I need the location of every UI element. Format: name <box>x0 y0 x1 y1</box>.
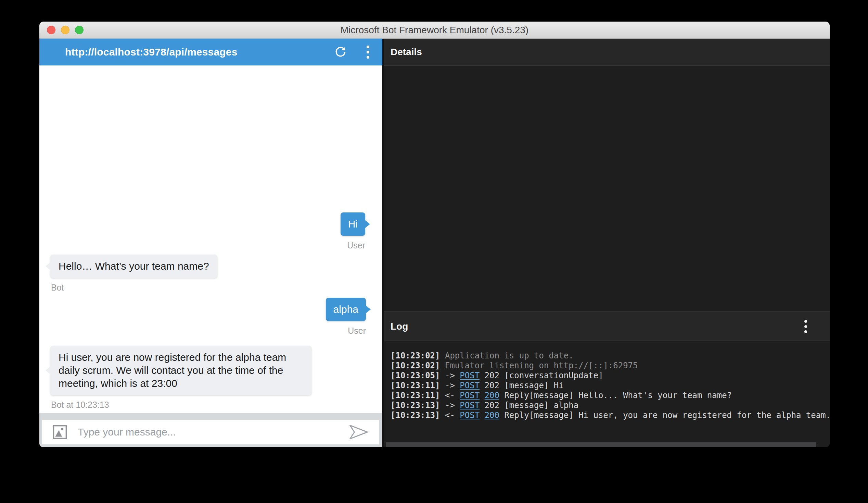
log-post-link[interactable]: POST <box>460 411 479 420</box>
zoom-button[interactable] <box>75 26 83 34</box>
log-body: [10:23:02] Application is up to date. [1… <box>384 341 830 447</box>
log-title: Log <box>391 321 408 332</box>
log-entry: [10:23:13] -> POST 202 [message] alpha <box>391 401 830 411</box>
log-timestamp: [10:23:05] <box>391 371 440 380</box>
emulator-window: Microsoft Bot Framework Emulator (v3.5.2… <box>39 22 830 447</box>
log-entry: [10:23:11] <- POST 200 Reply[message] He… <box>391 391 830 401</box>
log-direction: -> <box>445 371 455 380</box>
log-status-link[interactable]: 200 <box>485 391 499 400</box>
message-timestamp-label: Bot at 10:23:13 <box>50 400 311 410</box>
log-text: [message] Hi <box>504 381 564 390</box>
log-timestamp: [10:23:13] <box>391 411 440 420</box>
log-text: [message] alpha <box>504 401 578 410</box>
minimize-button[interactable] <box>61 26 70 34</box>
chat-header: http://localhost:3978/api/messages <box>39 39 382 66</box>
attach-image-icon[interactable] <box>51 423 69 441</box>
log-entry: [10:23:13] <- POST 200 Reply[message] Hi… <box>391 411 830 420</box>
composer-bar <box>39 413 382 447</box>
message-author-label: Bot <box>50 283 217 293</box>
log-post-link[interactable]: POST <box>460 391 479 400</box>
conversation: Hi User Hello… What’s your team name? Bo… <box>39 66 382 413</box>
log-timestamp: [10:23:11] <box>391 381 440 390</box>
message-bot-question: Hello… What’s your team name? Bot <box>50 254 217 293</box>
user-bubble: Hi <box>341 212 365 236</box>
message-user-alpha: alpha User <box>326 298 371 336</box>
log-entry: [10:23:02] Emulator listening on http://… <box>391 361 830 371</box>
titlebar: Microsoft Bot Framework Emulator (v3.5.2… <box>39 22 830 39</box>
log-menu-icon[interactable] <box>798 319 813 334</box>
log-direction: -> <box>445 401 455 410</box>
message-input[interactable] <box>77 426 348 438</box>
log-header: Log <box>384 311 830 341</box>
inspector-panel: Details Log [10:23:02] Application is up… <box>382 39 830 447</box>
log-status: 202 <box>485 381 499 390</box>
log-entry: [10:23:11] -> POST 202 [message] Hi <box>391 381 830 391</box>
horizontal-scrollbar[interactable] <box>386 442 816 447</box>
log-post-link[interactable]: POST <box>460 401 479 410</box>
log-direction: -> <box>445 381 455 390</box>
log-status: 202 <box>485 371 499 380</box>
bot-bubble: Hi user, you are now registered for the … <box>50 346 311 395</box>
log-text: [conversationUpdate] <box>504 371 603 380</box>
message-bot-confirmation: Hi user, you are now registered for the … <box>50 346 311 410</box>
log-entry: [10:23:05] -> POST 202 [conversationUpda… <box>391 371 830 381</box>
bot-bubble: Hello… What’s your team name? <box>50 254 217 278</box>
log-text: Emulator listening on http://[::]:62975 <box>445 361 638 370</box>
details-body <box>384 66 830 311</box>
user-bubble: alpha <box>326 298 366 321</box>
log-timestamp: [10:23:02] <box>391 361 440 370</box>
log-timestamp: [10:23:11] <box>391 391 440 400</box>
chat-panel: http://localhost:3978/api/messages Hi Us… <box>39 39 382 447</box>
chat-overflow-menu-icon[interactable] <box>360 44 375 60</box>
traffic-lights <box>47 22 83 38</box>
log-timestamp: [10:23:13] <box>391 401 440 410</box>
log-text: Reply[message] Hi user, you are now regi… <box>504 411 830 420</box>
window-title: Microsoft Bot Framework Emulator (v3.5.2… <box>341 25 528 36</box>
close-button[interactable] <box>47 26 55 34</box>
details-header: Details <box>384 39 830 66</box>
log-post-link[interactable]: POST <box>460 381 479 390</box>
main-split: http://localhost:3978/api/messages Hi Us… <box>39 39 830 447</box>
log-status-link[interactable]: 200 <box>485 411 499 420</box>
details-title: Details <box>391 47 422 58</box>
log-timestamp: [10:23:02] <box>391 351 440 361</box>
log-direction: <- <box>445 391 455 400</box>
log-entry: [10:23:02] Application is up to date. <box>391 351 830 361</box>
log-post-link[interactable]: POST <box>460 371 479 380</box>
log-text: Reply[message] Hello... What's your team… <box>504 391 732 400</box>
message-author-label: User <box>326 326 371 336</box>
message-user-hi: Hi User <box>341 212 370 251</box>
endpoint-url[interactable]: http://localhost:3978/api/messages <box>65 46 238 58</box>
composer-box <box>42 420 379 444</box>
log-direction: <- <box>445 411 455 420</box>
message-author-label: User <box>341 241 370 251</box>
log-text: Application is up to date. <box>445 351 574 361</box>
refresh-icon[interactable] <box>333 44 348 60</box>
log-status: 202 <box>485 401 499 410</box>
send-icon[interactable] <box>348 423 369 441</box>
